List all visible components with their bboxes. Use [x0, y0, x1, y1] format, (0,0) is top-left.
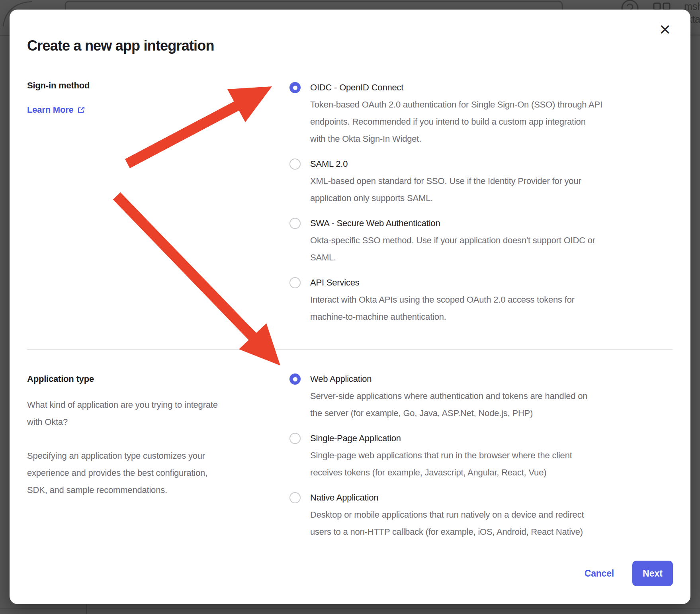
create-app-integration-dialog: × Create a new app integration Sign-in m…: [10, 10, 690, 604]
radio-option-oidc[interactable]: OIDC - OpenID Connect Token-based OAuth …: [289, 79, 673, 147]
radio-option-label: Single-Page Application: [310, 430, 572, 447]
radio-option-single-page-application[interactable]: Single-Page Application Single-page web …: [289, 430, 673, 481]
radio-unselected-icon[interactable]: [289, 277, 301, 288]
application-type-section-label: Application type What kind of applicatio…: [27, 370, 270, 499]
radio-option-description: Interact with Okta APIs using the scoped…: [310, 291, 575, 325]
dialog-footer: Cancel Next: [585, 561, 673, 586]
signin-method-heading: Sign-in method: [27, 77, 266, 94]
next-button[interactable]: Next: [632, 561, 673, 586]
radio-unselected-icon[interactable]: [289, 492, 301, 503]
radio-option-label: Native Application: [310, 489, 584, 506]
radio-selected-icon[interactable]: [289, 82, 301, 93]
radio-option-label: API Services: [310, 274, 575, 291]
learn-more-label: Learn More: [27, 105, 74, 115]
radio-option-description: Single-page web applications that run in…: [310, 447, 572, 481]
signin-method-radio-group: OIDC - OpenID Connect Token-based OAuth …: [289, 79, 673, 333]
radio-unselected-icon[interactable]: [289, 218, 301, 229]
radio-option-native-application[interactable]: Native Application Desktop or mobile app…: [289, 489, 673, 540]
cancel-button[interactable]: Cancel: [585, 568, 614, 579]
external-link-icon: [77, 106, 85, 114]
section-divider: [27, 349, 673, 350]
radio-unselected-icon[interactable]: [289, 433, 301, 444]
radio-option-label: OIDC - OpenID Connect: [310, 79, 602, 96]
learn-more-link[interactable]: Learn More: [27, 105, 85, 115]
radio-option-web-application[interactable]: Web Application Server-side applications…: [289, 370, 673, 422]
radio-option-label: SAML 2.0: [310, 155, 581, 172]
radio-option-description: Server-side applications where authentic…: [310, 387, 587, 422]
close-icon[interactable]: ×: [655, 20, 675, 39]
radio-option-description: Token-based OAuth 2.0 authentication for…: [310, 96, 602, 147]
radio-option-api-services[interactable]: API Services Interact with Okta APIs usi…: [289, 274, 673, 325]
radio-option-saml[interactable]: SAML 2.0 XML-based open standard for SSO…: [289, 155, 673, 207]
application-type-explainer: Specifying an application type customize…: [27, 447, 270, 499]
application-type-radio-group: Web Application Server-side applications…: [289, 370, 673, 548]
radio-option-label: Web Application: [310, 370, 587, 387]
page-title: Create a new app integration: [27, 37, 214, 54]
signin-method-section-label: Sign-in method Learn More: [27, 77, 266, 115]
radio-option-description: Okta-specific SSO method. Use if your ap…: [310, 232, 595, 266]
radio-unselected-icon[interactable]: [289, 158, 301, 170]
apps-grid-icon: [654, 3, 670, 10]
radio-option-swa[interactable]: SWA - Secure Web Authentication Okta-spe…: [289, 215, 673, 266]
application-type-question: What kind of application are you trying …: [27, 396, 270, 430]
radio-option-label: SWA - Secure Web Authentication: [310, 215, 595, 232]
radio-selected-icon[interactable]: [289, 373, 301, 385]
radio-option-description: XML-based open standard for SSO. Use if …: [310, 172, 581, 207]
radio-option-description: Desktop or mobile applications that run …: [310, 506, 584, 540]
application-type-heading: Application type: [27, 370, 270, 387]
